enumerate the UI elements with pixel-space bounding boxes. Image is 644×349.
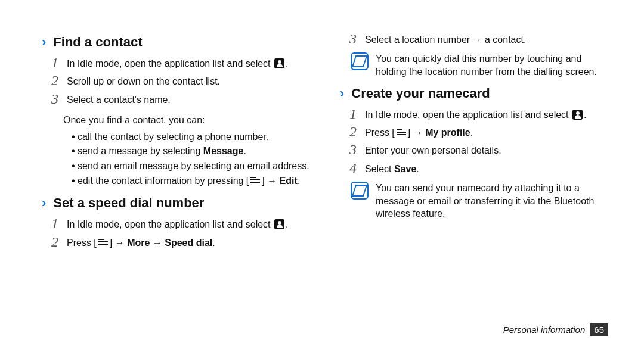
step-text: Select a location number → a contact.: [365, 32, 526, 46]
step-number: 4: [348, 160, 357, 176]
left-column: › Find a contact 1 In Idle mode, open th…: [42, 30, 316, 316]
step-item: 2 Press [] → My profile.: [340, 125, 614, 141]
section-heading-namecard: › Create your namecard: [340, 86, 614, 101]
step-item: 3 Enter your own personal details.: [340, 143, 614, 158]
step-text: Enter your own personal details.: [365, 143, 501, 157]
step-item: 3 Select a contact's name.: [42, 92, 316, 108]
contacts-icon: [572, 110, 583, 120]
heading-text: Create your namecard: [351, 86, 490, 101]
note-icon: [351, 52, 369, 70]
step-number: 3: [348, 31, 357, 46]
heading-text: Find a contact: [53, 35, 142, 50]
step-number: 3: [348, 142, 357, 157]
step-number: 1: [348, 106, 357, 121]
paragraph: Once you find a contact, you can:: [63, 114, 298, 127]
note-text: You can quickly dial this number by touc…: [376, 51, 614, 78]
menu-icon: [250, 177, 260, 184]
right-column: 3 Select a location number → a contact. …: [340, 30, 614, 316]
footer-label: Personal information: [503, 325, 586, 335]
step-item: 1 In Idle mode, open the application lis…: [42, 56, 316, 71]
step-number: 2: [50, 73, 58, 88]
step-number: 3: [50, 91, 58, 107]
step-text: In Idle mode, open the application list …: [67, 56, 288, 70]
step-text: Press [] → My profile.: [365, 125, 473, 139]
menu-icon: [397, 129, 406, 136]
page-footer: Personal information 65: [503, 323, 608, 336]
bullet-item: call the contact by selecting a phone nu…: [72, 130, 316, 144]
note-box: You can send your namecard by attaching …: [351, 180, 614, 220]
chevron-icon: ›: [42, 197, 46, 210]
step-item: 1 In Idle mode, open the application lis…: [42, 217, 316, 232]
step-item: 2 Scroll up or down on the contact list.: [42, 74, 316, 89]
note-box: You can quickly dial this number by touc…: [351, 51, 614, 78]
step-text: Scroll up or down on the contact list.: [67, 74, 220, 88]
page-number: 65: [590, 323, 608, 336]
bullet-item: edit the contact information by pressing…: [72, 174, 316, 188]
contacts-icon: [274, 58, 284, 68]
contacts-icon: [274, 219, 284, 229]
heading-text: Set a speed dial number: [53, 195, 204, 211]
step-number: 1: [50, 55, 58, 70]
step-number: 2: [50, 234, 58, 250]
section-heading-speed-dial: › Set a speed dial number: [42, 195, 316, 211]
bullet-list: call the contact by selecting a phone nu…: [42, 130, 316, 187]
bullet-item: send a message by selecting Message.: [72, 145, 316, 158]
step-text: Select a contact's name.: [67, 92, 171, 107]
bullet-item: send an email message by selecting an em…: [72, 160, 316, 173]
section-heading-find: › Find a contact: [42, 35, 316, 50]
note-text: You can send your namecard by attaching …: [376, 180, 614, 220]
menu-icon: [98, 239, 108, 246]
step-text: In Idle mode, open the application list …: [365, 107, 586, 121]
step-text: In Idle mode, open the application list …: [67, 217, 288, 231]
step-item: 1 In Idle mode, open the application lis…: [340, 107, 614, 123]
note-icon: [351, 182, 369, 200]
step-text: Press [] → More → Speed dial.: [67, 235, 215, 250]
chevron-icon: ›: [340, 87, 344, 100]
step-text: Select Save.: [365, 161, 419, 176]
step-item: 3 Select a location number → a contact.: [340, 32, 614, 48]
chevron-icon: ›: [42, 36, 46, 49]
step-item: 2 Press [] → More → Speed dial.: [42, 235, 316, 251]
step-number: 1: [50, 216, 58, 231]
step-number: 2: [348, 124, 357, 139]
step-item: 4 Select Save.: [340, 161, 614, 177]
